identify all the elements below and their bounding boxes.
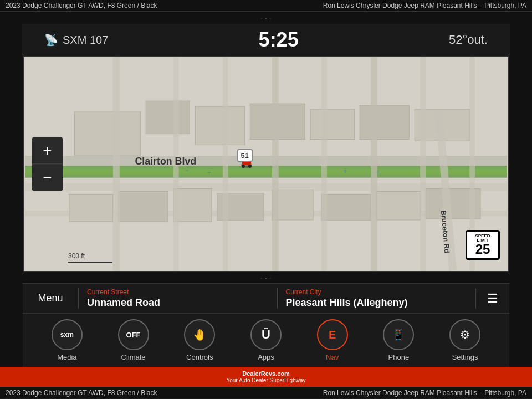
scale-bar: 300 ft <box>68 252 112 263</box>
screen-wrapper: · · · 📡 SXM 107 5:25 52°out. <box>0 12 532 367</box>
settings-label: Settings <box>452 353 478 361</box>
scale-text: 300 ft <box>68 252 85 260</box>
svg-rect-26 <box>371 57 377 271</box>
svg-rect-10 <box>310 109 354 139</box>
radio-info: 📡 SXM 107 <box>44 33 108 47</box>
climate-icon: OFF <box>126 331 141 339</box>
svg-rect-24 <box>272 57 279 271</box>
current-city-value: Pleasant Hills (Allegheny) <box>286 297 468 309</box>
nav-icon-circle: E <box>317 319 348 350</box>
current-street-value: Unnamed Road <box>87 297 269 309</box>
road-number: 51 <box>241 151 249 160</box>
controls-icon: 🤚 <box>193 328 207 341</box>
current-city-info: Current City Pleasant Hills (Allegheny) <box>277 288 476 309</box>
settings-icon: ⚙ <box>460 328 470 341</box>
nav-btn-apps[interactable]: Ū Apps <box>241 319 291 361</box>
radio-station: SXM 107 <box>63 34 108 47</box>
settings-icon-circle: ⚙ <box>449 319 480 350</box>
svg-point-40 <box>248 165 252 168</box>
current-time: 5:25 <box>259 28 299 52</box>
svg-point-39 <box>242 165 245 168</box>
zoom-in-button[interactable]: + <box>32 137 63 164</box>
svg-rect-25 <box>321 57 327 271</box>
nav-btn-controls[interactable]: 🤚 Controls <box>175 319 224 361</box>
climate-icon-circle: OFF <box>118 319 149 350</box>
zoom-controls: + − <box>32 137 63 191</box>
svg-rect-6 <box>75 112 141 156</box>
top-dealer: Ron Lewis Chrysler Dodge Jeep RAM Pleasa… <box>323 2 526 9</box>
svg-text:+: + <box>207 169 211 177</box>
top-bar: 2023 Dodge Challenger GT AWD, F8 Green /… <box>0 0 532 12</box>
svg-text:+: + <box>344 167 347 175</box>
hamburger-button[interactable]: ☰ <box>475 289 509 309</box>
phone-label: Phone <box>388 353 410 361</box>
climate-label: Climate <box>121 353 146 361</box>
road-badge: 51 <box>237 149 253 162</box>
watermark-logo: DealerRevs.com <box>242 370 290 377</box>
nav-btn-climate[interactable]: OFF Climate <box>109 319 158 361</box>
dealer-revs-watermark: DealerRevs.com Your Auto Dealer SuperHig… <box>0 367 532 387</box>
ellipsis-top: · · · <box>22 12 510 24</box>
bottom-dealer: Ron Lewis Chrysler Dodge Jeep RAM Pleasa… <box>323 389 526 397</box>
nav-btn-settings[interactable]: ⚙ Settings <box>440 319 490 361</box>
nav-status-bar: Menu Current Street Unnamed Road Current… <box>23 283 509 313</box>
media-icon: sxm <box>60 331 74 339</box>
nav-icon: E <box>329 329 336 341</box>
zoom-out-button[interactable]: − <box>32 165 63 191</box>
svg-rect-23 <box>223 57 228 271</box>
svg-rect-19 <box>376 191 420 219</box>
controls-label: Controls <box>186 353 213 361</box>
svg-text:+: + <box>376 168 380 175</box>
scale-line <box>68 262 112 263</box>
bottom-car-title: 2023 Dodge Challenger GT AWD, F8 Green /… <box>6 389 157 397</box>
watermark-tagline: Your Auto Dealer SuperHighway <box>226 377 305 383</box>
svg-rect-5 <box>25 169 507 175</box>
svg-text:Clairton Blvd: Clairton Blvd <box>135 156 196 167</box>
apps-icon: Ū <box>262 328 270 342</box>
ellipsis-mid: · · · <box>22 272 510 283</box>
menu-button[interactable]: Menu <box>23 290 78 307</box>
nav-label: Nav <box>326 353 339 361</box>
speed-limit-value: 25 <box>472 243 494 256</box>
svg-rect-13 <box>69 194 113 221</box>
top-car-title: 2023 Dodge Challenger GT AWD, F8 Green /… <box>6 2 157 9</box>
map-container: Clairton Blvd Bruceton Rd + + + + + − <box>23 56 509 272</box>
bottom-bar: 2023 Dodge Challenger GT AWD, F8 Green /… <box>0 387 532 398</box>
svg-rect-7 <box>146 101 190 134</box>
svg-rect-11 <box>360 105 409 139</box>
signal-icon: 📡 <box>44 33 58 47</box>
media-icon-circle: sxm <box>52 319 83 350</box>
svg-rect-1 <box>25 156 507 166</box>
current-street-label: Current Street <box>87 288 269 296</box>
svg-rect-18 <box>321 194 371 221</box>
svg-rect-14 <box>119 191 168 221</box>
apps-icon-circle: Ū <box>250 319 282 350</box>
nav-btn-nav[interactable]: E Nav <box>308 319 357 361</box>
svg-rect-27 <box>420 57 426 271</box>
speed-limit-sign: SPEED LIMIT 25 <box>466 230 500 260</box>
svg-rect-15 <box>173 189 212 222</box>
header-status: 📡 SXM 107 5:25 52°out. <box>22 24 510 56</box>
current-street-info: Current Street Unnamed Road <box>78 288 277 309</box>
svg-rect-21 <box>113 57 120 271</box>
controls-icon-circle: 🤚 <box>184 319 215 350</box>
svg-rect-8 <box>195 106 244 145</box>
nav-btn-media[interactable]: sxm Media <box>42 319 92 361</box>
phone-icon: 📱 <box>392 328 406 341</box>
temperature: 52°out. <box>449 33 488 47</box>
svg-text:+: + <box>186 167 189 173</box>
phone-icon-circle: 📱 <box>383 319 414 350</box>
nav-btn-phone[interactable]: 📱 Phone <box>374 319 423 361</box>
current-city-label: Current City <box>286 288 468 296</box>
bottom-nav: sxm Media OFF Climate 🤚 Controls Ū Apps <box>23 313 509 367</box>
media-label: Media <box>57 353 76 361</box>
apps-label: Apps <box>258 353 274 361</box>
